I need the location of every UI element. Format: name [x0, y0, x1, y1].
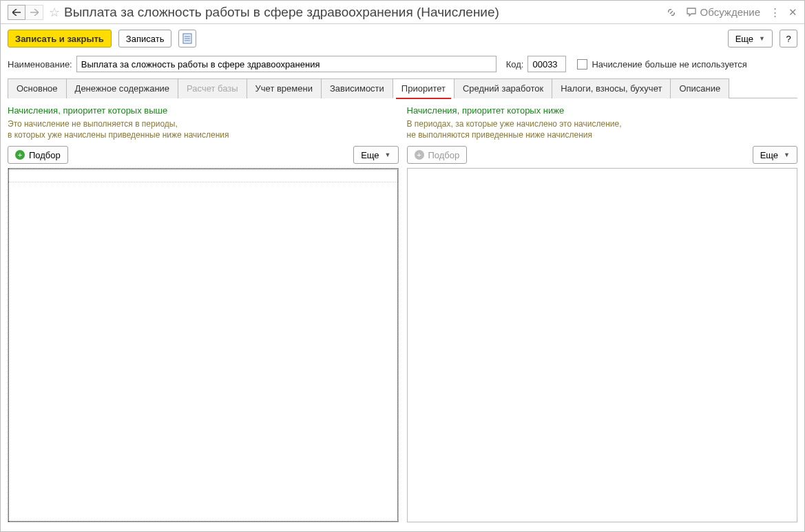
- more-button[interactable]: Еще▼: [728, 30, 773, 47]
- chevron-down-icon: ▼: [385, 151, 391, 158]
- code-input[interactable]: [527, 56, 566, 72]
- tabs: Основное Денежное содержание Расчет базы…: [8, 78, 797, 98]
- help-button[interactable]: ?: [780, 30, 797, 47]
- form-row: Наименование: Код: Начисление больше не …: [1, 53, 804, 78]
- not-used-checkbox[interactable]: [577, 59, 587, 70]
- discussion-button[interactable]: Обсуждение: [687, 6, 760, 18]
- higher-priority-grid[interactable]: [8, 168, 399, 522]
- main-window: ☆ Выплата за сложность работы в сфере зд…: [0, 0, 805, 532]
- higher-more-button[interactable]: Еще▼: [353, 146, 398, 164]
- titlebar: ☆ Выплата за сложность работы в сфере зд…: [1, 1, 804, 24]
- nav-back-button[interactable]: [8, 5, 25, 20]
- lower-more-button[interactable]: Еще▼: [753, 146, 797, 164]
- tab-average[interactable]: Средний заработок: [454, 78, 552, 98]
- tab-base: Расчет базы: [178, 78, 247, 98]
- tab-time[interactable]: Учет времени: [247, 78, 322, 98]
- plus-icon: +: [415, 150, 424, 160]
- tab-deps[interactable]: Зависимости: [321, 78, 393, 98]
- tab-body: Начисления, приоритет которых выше Это н…: [1, 98, 804, 529]
- link-icon[interactable]: [666, 7, 677, 18]
- tab-desc[interactable]: Описание: [670, 78, 729, 98]
- higher-pick-button[interactable]: + Подбор: [8, 146, 68, 164]
- kebab-menu-icon[interactable]: ⋮: [770, 6, 779, 19]
- plus-icon: +: [15, 150, 25, 160]
- higher-title: Начисления, приоритет которых выше: [8, 105, 399, 116]
- close-icon[interactable]: ✕: [788, 6, 797, 19]
- favorite-star-icon[interactable]: ☆: [49, 5, 60, 20]
- nav-forward-button[interactable]: [25, 5, 43, 20]
- report-icon-button[interactable]: [178, 30, 196, 47]
- tab-taxes[interactable]: Налоги, взносы, бухучет: [552, 78, 671, 98]
- main-toolbar: Записать и закрыть Записать Еще▼ ?: [1, 24, 804, 53]
- chevron-down-icon: ▼: [759, 35, 765, 42]
- more-label: Еще: [735, 34, 753, 44]
- tab-main[interactable]: Основное: [8, 78, 67, 98]
- lower-priority-grid[interactable]: [407, 168, 798, 522]
- higher-priority-column: Начисления, приоритет которых выше Это н…: [8, 105, 399, 522]
- discussion-label: Обсуждение: [700, 6, 760, 18]
- lower-priority-column: Начисления, приоритет которых ниже В пер…: [407, 105, 798, 522]
- save-button[interactable]: Записать: [118, 30, 172, 47]
- higher-desc: Это начисление не выполняется в периоды,…: [8, 118, 399, 140]
- name-input[interactable]: [76, 56, 496, 72]
- lower-title: Начисления, приоритет которых ниже: [407, 105, 798, 116]
- lower-desc: В периодах, за которые уже начислено это…: [407, 118, 798, 140]
- code-label: Код:: [506, 59, 524, 70]
- grid-row[interactable]: [8, 169, 398, 182]
- tab-priority[interactable]: Приоритет: [393, 78, 454, 98]
- name-label: Наименование:: [8, 59, 72, 70]
- tab-money[interactable]: Денежное содержание: [66, 78, 178, 98]
- chevron-down-icon: ▼: [784, 151, 790, 158]
- not-used-label: Начисление больше не используется: [592, 59, 746, 70]
- window-title: Выплата за сложность работы в сфере здра…: [64, 5, 666, 20]
- save-and-close-button[interactable]: Записать и закрыть: [8, 30, 112, 47]
- lower-pick-button[interactable]: + Подбор: [407, 146, 468, 164]
